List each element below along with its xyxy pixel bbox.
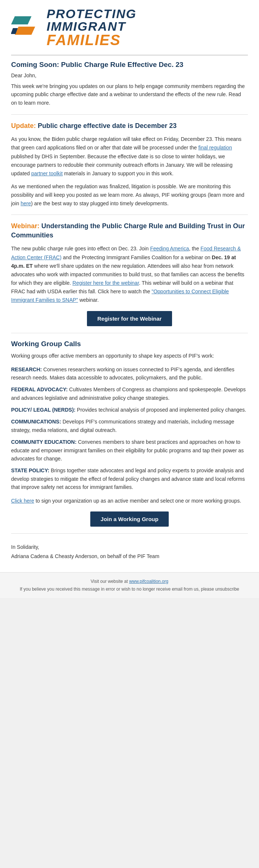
closing: In Solidarity, Adriana Cadena & Cheasty … xyxy=(11,543,248,561)
wg-name-policy: POLICY/ LEGAL (NERDS): xyxy=(11,407,75,413)
main-title-bar: Coming Soon: Public Charge Rule Effectiv… xyxy=(11,55,248,69)
footer: Visit our website at www.pifcoalition.or… xyxy=(0,572,259,598)
join-wg-button-container: Join a Working Group xyxy=(11,511,248,527)
update-para1: As you know, the Biden public charge reg… xyxy=(11,135,248,178)
update-para2: As we mentioned when the regulation was … xyxy=(11,182,248,208)
logo-immigrant: IMMIGRANT xyxy=(47,20,137,33)
logo-icon xyxy=(11,13,41,42)
working-group-section: Working Group Calls Working groups offer… xyxy=(11,340,248,527)
update-section: Update: Public charge effective date is … xyxy=(11,121,248,208)
frac-link[interactable]: Food Research & Action Center (FRAC) xyxy=(11,246,241,260)
webinar-body: The new public charge rule goes into eff… xyxy=(11,244,248,304)
footer-disclaimer: If you believe you received this message… xyxy=(11,585,248,593)
wg-name-federal: FEDERAL ADVOCACY: xyxy=(11,386,68,392)
wg-click-post: to sign your organization up as an activ… xyxy=(34,498,241,504)
wg-desc-research: Convenes researchers working on issues c… xyxy=(11,367,234,381)
logo-protecting: PROTECTING xyxy=(47,7,137,20)
svg-marker-1 xyxy=(15,27,35,35)
wg-item-federal: FEDERAL ADVOCACY: Cultivates Members of … xyxy=(11,385,248,402)
update-heading: Update: Public charge effective date is … xyxy=(11,121,248,131)
footer-visit-text: Visit our website at xyxy=(91,579,129,584)
wg-name-comms: COMMUNICATIONS: xyxy=(11,419,61,425)
update-label: Update: xyxy=(11,122,36,129)
main-title: Coming Soon: Public Charge Rule Effectiv… xyxy=(11,61,248,69)
greeting: Dear John, xyxy=(11,72,248,78)
click-here-link[interactable]: Click here xyxy=(11,498,34,504)
update-title: Public charge effective date is December… xyxy=(36,122,176,129)
webinar-title: Understanding the Public Charge Rule and… xyxy=(11,222,245,239)
closing-line1: In Solidarity, xyxy=(11,543,248,552)
footer-website-link[interactable]: www.pifcoalition.org xyxy=(129,579,168,584)
wg-click-text: Click here to sign your organization up … xyxy=(11,497,248,505)
wg-item-comms: COMMUNICATIONS: Develops PIF's communica… xyxy=(11,418,248,434)
register-button[interactable]: Register for the Webinar xyxy=(87,311,172,326)
email-container: PROTECTING IMMIGRANT FAMILIES Coming Soo… xyxy=(0,0,259,598)
header: PROTECTING IMMIGRANT FAMILIES xyxy=(0,0,259,51)
register-webinar-link[interactable]: Register here for the webinar xyxy=(73,280,139,286)
webinar-section: Webinar: Understanding the Public Charge… xyxy=(11,222,248,326)
webinar-label: Webinar: xyxy=(11,222,40,230)
divider-2 xyxy=(11,215,248,215)
wg-desc-policy: Provides technical analysis of proposed … xyxy=(75,407,246,413)
wg-name-state: STATE POLICY: xyxy=(11,467,49,473)
join-wg-button[interactable]: Join a Working Group xyxy=(90,511,169,527)
final-regulation-link[interactable]: final regulation xyxy=(198,145,232,151)
main-content: Coming Soon: Public Charge Rule Effectiv… xyxy=(0,55,259,572)
webinar-heading: Webinar: Understanding the Public Charge… xyxy=(11,222,248,240)
wg-item-state: STATE POLICY: Brings together state advo… xyxy=(11,466,248,491)
snap-webinar-link[interactable]: "Opportunities to Connect Eligible Immig… xyxy=(11,288,229,303)
wg-intro: Working groups offer active members an o… xyxy=(11,352,248,360)
closing-line2: Adriana Cadena & Cheasty Anderson, on be… xyxy=(11,552,248,561)
wg-item-community: COMMUNITY EDUCATION: Convenes members to… xyxy=(11,438,248,463)
wg-groups-list: RESEARCH: Convenes researchers working o… xyxy=(11,365,248,492)
wg-name-research: RESEARCH: xyxy=(11,367,42,372)
logo-families: FAMILIES xyxy=(47,33,137,47)
divider-1 xyxy=(11,114,248,115)
wg-item-research: RESEARCH: Convenes researchers working o… xyxy=(11,365,248,382)
intro-text: This week we're bringing you updates on … xyxy=(11,82,248,107)
here-link[interactable]: here xyxy=(21,200,31,206)
wg-heading: Working Group Calls xyxy=(11,340,248,348)
divider-4 xyxy=(11,533,248,534)
svg-marker-0 xyxy=(11,16,31,24)
divider-3 xyxy=(11,333,248,333)
feeding-america-link[interactable]: Feeding America xyxy=(150,246,189,251)
footer-visit: Visit our website at www.pifcoalition.or… xyxy=(11,578,248,585)
wg-name-community: COMMUNITY EDUCATION: xyxy=(11,439,77,445)
register-button-container: Register for the Webinar xyxy=(11,311,248,326)
partner-toolkit-link[interactable]: partner toolkit xyxy=(31,170,63,176)
wg-item-policy: POLICY/ LEGAL (NERDS): Provides technica… xyxy=(11,406,248,414)
logo-text: PROTECTING IMMIGRANT FAMILIES xyxy=(47,7,137,47)
